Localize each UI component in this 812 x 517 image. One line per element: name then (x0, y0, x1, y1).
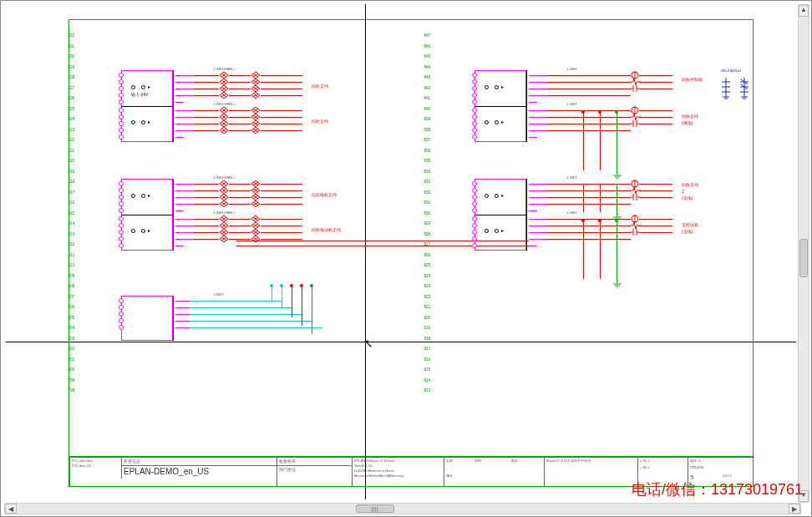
wire (175, 75, 194, 76)
scroll-up-button[interactable]: ▲ (799, 5, 809, 17)
wire (229, 232, 251, 233)
tb-text: = B1.2 (640, 459, 650, 463)
grid-tick: 826 (412, 250, 430, 261)
node-icon (598, 219, 601, 222)
wire (261, 117, 302, 118)
terminal-icon (119, 99, 124, 104)
plc-split (121, 106, 173, 107)
wire (194, 95, 219, 96)
wire (529, 210, 537, 211)
diode-icon (219, 126, 227, 134)
wire (261, 204, 302, 205)
grid-tick: 821 (412, 302, 430, 312)
grid-tick: 820 (412, 312, 430, 323)
circuit-block-4[interactable]: ▸ ▸ 回收走纬 2 (逆电) 逆控试机 (逆电) (475, 179, 733, 251)
wire (175, 82, 194, 83)
grid-tick: 828 (412, 229, 430, 240)
grid-tick: 830 (412, 208, 430, 219)
grid-tick: 805 (58, 312, 74, 323)
scroll-thumb[interactable] (799, 239, 808, 277)
vert-wire (617, 220, 617, 282)
grid-tick: 811 (58, 250, 74, 261)
terminal-icon (472, 99, 477, 104)
wire (547, 190, 631, 191)
drawing-viewport[interactable]: ↖ 83283183082982882782682582482382282182… (6, 4, 796, 499)
wire (547, 95, 631, 96)
terminal-icon (472, 195, 477, 200)
scroll-left-button[interactable]: ◀ (5, 504, 17, 514)
microtext: -LINE3-HMI6-> (213, 210, 236, 215)
wire (261, 219, 302, 220)
plc-mark: ▸ (501, 192, 504, 198)
wire (547, 184, 631, 185)
grid-tick: 841 (412, 93, 430, 104)
vertical-scrollbar[interactable]: ▲ ▼ (798, 4, 809, 503)
terminal-icon (119, 230, 124, 235)
grid-tick: 833 (412, 176, 430, 187)
terminal-icon (472, 181, 477, 186)
horizontal-scrollbar[interactable]: ◀ ▶ (4, 503, 801, 514)
wire (639, 190, 672, 191)
watermark-text: 电话/微信：13173019761 (632, 479, 803, 499)
scroll-right-button[interactable]: ▶ (789, 504, 800, 514)
wire (547, 117, 631, 118)
terminal-icon (472, 223, 477, 228)
grid-numbers-left: 8328318308298288278268258248238228218208… (58, 30, 74, 456)
plc-mark: ▸ (148, 119, 150, 124)
grid-tick: 825 (412, 260, 430, 271)
wire (194, 75, 219, 76)
wire (229, 239, 251, 240)
terminal-icon (472, 216, 477, 221)
wire (175, 327, 190, 328)
grid-tick: 815 (58, 208, 74, 219)
plc-indicator-icon (141, 120, 145, 124)
grid-tick: 813 (412, 385, 430, 396)
sheet-frame: 8328318308298288278268258248238228218208… (78, 30, 744, 456)
tb-text: PLC overview (72, 459, 93, 463)
scroll-thumb[interactable] (356, 504, 394, 513)
ground-icon (612, 281, 622, 289)
plc-indicator-icon (485, 85, 489, 89)
grid-tick: 825 (58, 104, 74, 114)
wire (175, 124, 194, 124)
grid-tick: 807 (58, 291, 74, 302)
tb-text: EPLAN Software & Service (354, 459, 394, 463)
tb-text: D-40789 Monheim a.Rhein (354, 469, 394, 473)
grid-tick: 815 (412, 364, 430, 375)
wire (229, 197, 251, 198)
component-icon (631, 228, 639, 236)
wire (547, 89, 631, 89)
grid-tick: 834 (412, 166, 430, 177)
wire (639, 82, 672, 83)
wire (639, 184, 672, 185)
grid-tick: 806 (58, 302, 74, 312)
wire (175, 110, 194, 111)
tb-text: Blame#1 从这台我软件中使用 (546, 459, 591, 463)
annotation: 起起电机走纬 (312, 192, 337, 197)
wire (547, 130, 631, 131)
drawing-sheet[interactable]: 8328318308298288278268258248238228218208… (69, 19, 754, 487)
terminal-icon (119, 298, 124, 303)
circuit-block-5[interactable]: -LINE3 (121, 296, 363, 362)
grid-tick: 832 (58, 30, 74, 41)
legend-text: 2 (739, 68, 741, 73)
grid-numbers-mid: 8478468458448438428418408398388378368358… (412, 30, 430, 456)
wire (229, 190, 251, 191)
grid-tick: 826 (58, 93, 74, 104)
vert-wire (302, 286, 302, 326)
circuit-block-1[interactable]: ▸ 输入:24V ▸ 回收走纬 回收走纬 -LINE3-HMI6-> -LINE… (121, 70, 363, 142)
annotation: 回收走纬 (682, 114, 698, 119)
plc-mark: ▸ (501, 84, 504, 89)
grid-tick: 816 (412, 354, 430, 365)
diode-icon (251, 235, 259, 243)
component-icon (631, 119, 639, 128)
circuit-block-3[interactable]: ▸ ▸ 回收控制器 回收走纬 (继电) (475, 70, 733, 142)
grid-tick: 817 (412, 343, 430, 354)
wire (175, 89, 194, 89)
terminal-icon (472, 230, 477, 235)
microtext: -LINE3-HMI6-> (213, 67, 236, 71)
plc-indicator-icon (131, 229, 135, 233)
tb-text: +日1.1 (722, 474, 732, 478)
grid-tick: 819 (58, 166, 74, 177)
grid-tick: 818 (58, 176, 74, 187)
